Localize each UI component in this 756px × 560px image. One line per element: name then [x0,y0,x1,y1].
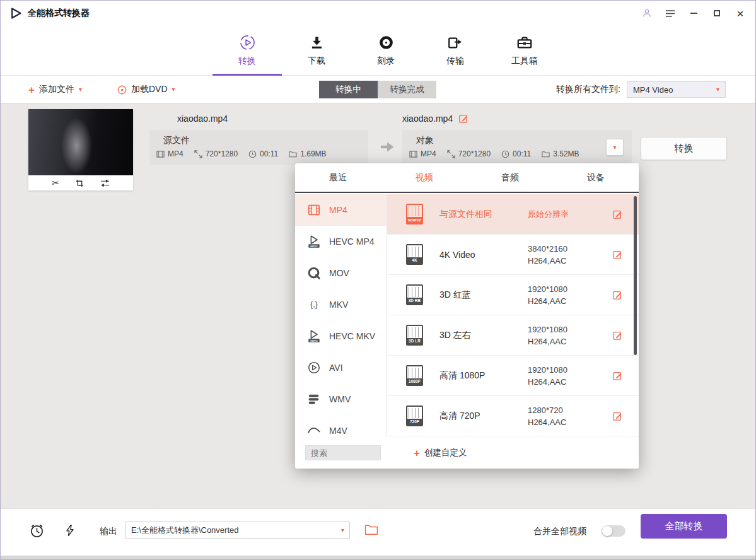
merge-videos-label: 合并全部视频 [533,526,586,537]
tab-download[interactable]: 下载 [282,26,351,75]
tab-burn[interactable]: 刻录 [351,26,421,75]
output-format-dropdown[interactable]: MP4 Video ▾ [627,81,726,98]
tab-transfer-label: 传输 [446,55,464,67]
popup-footer: + 创建自定义 [295,437,639,469]
open-folder-icon[interactable] [364,524,378,535]
edit-icon[interactable] [458,114,468,124]
format-list: MP4HEVCHEVC MP4MOV{,}MKVHEVCHEVC MKVAVIW… [295,194,387,437]
source-label: 源文件 [163,135,190,146]
toolbar: + 添加文件 ▾ 加载DVD ▾ 转换中 转换完成 转换所有文件到: MP4 V… [1,76,755,103]
format-item-hevc-mp4[interactable]: HEVCHEVC MP4 [295,226,387,257]
effects-sliders-icon[interactable] [100,179,110,187]
merge-toggle[interactable] [602,525,625,537]
format-item-hevc-mkv[interactable]: HEVCHEVC MKV [295,320,387,352]
convert-all-button[interactable]: 全部转换 [641,514,727,539]
tab-burn-label: 刻录 [377,55,395,67]
target-name-row: xiaodao.mp4 [402,114,468,124]
source-info-row: MP4720*128000:111.69MB [156,149,327,158]
preset-row[interactable]: 4K4K Video3840*2160H264,AAC [387,235,639,275]
popup-tab-recent[interactable]: 最近 [295,163,381,192]
format-item-mkv[interactable]: {,}MKV [295,289,387,320]
folder-icon [542,150,550,158]
minimize-button[interactable] [687,7,700,20]
trim-scissors-icon[interactable]: ✂ [52,178,59,187]
matroska-icon: {,} [307,298,321,312]
user-icon[interactable] [641,7,653,20]
app-logo-icon [9,7,22,20]
output-path-input[interactable] [131,525,341,535]
target-file-name: xiaodao.mp4 [402,114,453,124]
tab-toolbox-label: 工具箱 [511,55,538,67]
preset-row[interactable]: 3D RB3D 红蓝1920*1080H264,AAC [387,275,639,315]
target-info-row: MP4720*128000:113.52MB [409,149,579,158]
popup-tabs: 最近 视频 音频 设备 [295,163,639,193]
svg-text:HEVC: HEVC [310,245,318,248]
menu-icon[interactable] [664,7,677,20]
popup-tab-video[interactable]: 视频 [381,163,467,192]
info-size: 3.52MB [542,149,579,158]
preset-spec: 1920*1080H264,AAC [528,284,567,306]
format-item-m4v[interactable]: M4V [295,415,387,437]
format-item-mp4[interactable]: MP4 [295,194,387,226]
convert-button[interactable]: 转换 [641,137,727,160]
info-size: 1.69MB [289,149,326,158]
wave-icon [307,424,321,437]
format-item-avi[interactable]: AVI [295,352,387,383]
film-icon [156,150,165,158]
load-dvd-button[interactable]: 加载DVD ▾ [117,76,175,103]
preset-spec: 1280*720H264,AAC [528,405,566,427]
output-format-value: MP4 Video [633,85,673,95]
convert-all-to-label: 转换所有文件到: [556,84,620,95]
preset-row[interactable]: 720P高清 720P1280*720H264,AAC [387,396,639,436]
tab-convert[interactable]: 转换 [212,26,282,75]
popup-tab-audio[interactable]: 音频 [467,163,553,192]
tab-converted[interactable]: 转换完成 [378,81,436,98]
edit-icon[interactable] [612,290,622,300]
quicktime-icon [307,266,321,280]
search-input[interactable] [305,445,381,460]
maximize-button[interactable] [711,7,723,20]
create-custom-label: 创建自定义 [424,447,467,458]
tab-convert-label: 转换 [238,55,256,67]
edit-icon[interactable] [612,250,622,260]
clock-icon [248,150,257,158]
format-item-mov[interactable]: MOV [295,257,387,289]
tab-toolbox[interactable]: 工具箱 [490,26,559,75]
preset-list: source与源文件相同原始分辨率4K4K Video3840*2160H264… [387,194,639,436]
svg-text:{,}: {,} [310,300,318,309]
edit-icon[interactable] [612,330,622,341]
crop-icon[interactable] [76,179,84,187]
add-file-button[interactable]: + 添加文件 ▾ [28,76,82,103]
preset-row[interactable]: source与源文件相同原始分辨率 [387,194,639,235]
schedule-clock-icon[interactable] [29,523,45,539]
preset-panel: source与源文件相同原始分辨率4K4K Video3840*2160H264… [387,194,639,437]
preset-name: 高清 1080P [439,370,528,382]
titlebar: 全能格式转换器 × [1,1,755,26]
thumbnail-toolbar: ✂ [28,175,133,190]
preset-spec: 1920*1080H264,AAC [528,325,567,346]
tab-converting[interactable]: 转换中 [319,81,378,98]
file-badge-icon: 4K [406,244,423,265]
edit-icon[interactable] [612,371,622,381]
performance-bolt-icon[interactable] [64,524,76,537]
scrollbar[interactable] [634,196,637,355]
tab-transfer[interactable]: 传输 [421,26,490,75]
status-segment: 转换中 转换完成 [319,81,436,98]
edit-icon[interactable] [612,411,622,421]
close-button[interactable]: × [734,7,747,20]
convert-icon [239,34,256,51]
preset-name: 与源文件相同 [439,209,528,220]
transfer-icon [447,34,463,51]
clock-icon [501,150,509,158]
chevron-down-icon: ▾ [613,144,616,151]
edit-icon[interactable] [612,209,622,219]
preset-row[interactable]: 3D LR3D 左右1920*1080H264,AAC [387,315,639,356]
chevron-down-icon[interactable]: ▾ [341,527,344,534]
arrow-right-icon [380,141,395,153]
preset-row[interactable]: 1080P高清 1080P1920*1080H264,AAC [387,356,639,396]
target-format-dropdown-button[interactable]: ▾ [606,139,624,156]
format-item-wmv[interactable]: WMV [295,383,387,415]
chevron-down-icon: ▾ [172,86,175,93]
popup-tab-device[interactable]: 设备 [553,163,639,192]
create-custom-button[interactable]: + 创建自定义 [414,447,467,458]
